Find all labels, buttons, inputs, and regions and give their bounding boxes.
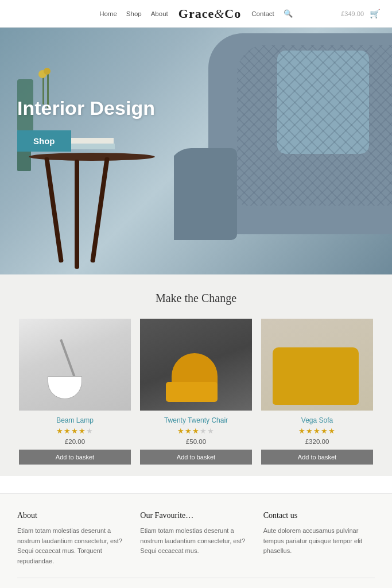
- footer-divider: [17, 578, 375, 578]
- product-name-chair: Twenty Twenty Chair: [140, 416, 252, 424]
- star-3: ★: [192, 427, 200, 435]
- star-3: ★: [71, 427, 79, 435]
- search-icon[interactable]: 🔍: [284, 9, 293, 18]
- hero-shop-button[interactable]: Shop: [17, 130, 71, 152]
- star-3: ★: [313, 427, 321, 435]
- footer-about-heading: About: [17, 511, 129, 520]
- nav-home[interactable]: Home: [99, 10, 117, 17]
- flower-ball-2: [44, 68, 51, 75]
- nav-about[interactable]: About: [151, 10, 168, 17]
- footer-contact-heading: Contact us: [263, 511, 375, 520]
- hero-section: Interior Design Shop: [0, 28, 392, 274]
- product-stars-chair: ★★★★★: [140, 427, 252, 436]
- product-card-sofa: Vega Sofa ★★★★★ £320.00 Add to basket: [261, 319, 373, 465]
- star-5-empty: ★: [86, 427, 94, 435]
- add-to-basket-sofa[interactable]: Add to basket: [261, 450, 373, 465]
- sofa-pillow: [277, 51, 369, 154]
- footer-favourite: Our Favourite… Etiam totam molestias des…: [140, 511, 251, 566]
- chair-seat: [166, 382, 218, 402]
- nav-shop[interactable]: Shop: [126, 10, 142, 17]
- footer-favourite-heading: Our Favourite…: [140, 511, 251, 520]
- star-1: ★: [56, 427, 64, 435]
- product-image-chair: [140, 319, 252, 411]
- product-image-sofa: [261, 319, 373, 411]
- nav-contact[interactable]: Contact: [251, 10, 274, 17]
- lamp-arm: [60, 339, 76, 378]
- star-1: ★: [177, 427, 185, 435]
- hero-text-area: Interior Design Shop: [17, 96, 155, 152]
- star-5: ★: [328, 427, 336, 435]
- product-card-lamp: Beam Lamp ★★★★★ £20.00 Add to basket: [19, 319, 131, 465]
- star-2: ★: [306, 427, 313, 435]
- star-4: ★: [321, 427, 328, 435]
- hero-heading: Interior Design: [17, 96, 155, 120]
- product-name-lamp: Beam Lamp: [19, 416, 131, 424]
- product-price-lamp: £20.00: [19, 438, 131, 445]
- site-logo[interactable]: Grace&Co: [178, 6, 241, 21]
- footer-about: About Etiam totam molestias deserunt a n…: [17, 511, 129, 566]
- star-4: ★: [79, 427, 86, 435]
- cart-amount: £349.00: [341, 10, 364, 17]
- lamp-head: [48, 376, 82, 399]
- header: Home Shop About Grace&Co Contact 🔍 £349.…: [0, 0, 392, 28]
- hero-sofa: [174, 28, 392, 274]
- product-stars-sofa: ★★★★★: [261, 427, 373, 436]
- product-price-chair: £50.00: [140, 438, 252, 445]
- sofa-yellow-body: [273, 347, 359, 405]
- footer-about-text: Etiam totam molestias deserunt a nostrum…: [17, 526, 129, 566]
- sofa-arm: [174, 148, 237, 240]
- footer: About Etiam totam molestias deserunt a n…: [0, 493, 392, 588]
- main-nav-right: Contact 🔍: [251, 9, 293, 18]
- product-card-chair: Twenty Twenty Chair ★★★★★ £50.00 Add to …: [140, 319, 252, 465]
- star-2: ★: [185, 427, 192, 435]
- products-section: Make the Change Beam Lamp ★★★★★ £20.00 A…: [0, 274, 392, 476]
- product-name-sofa: Vega Sofa: [261, 416, 373, 424]
- table-leg-2: [90, 157, 110, 262]
- main-nav: Home Shop About: [99, 10, 168, 17]
- logo-amp: &: [214, 6, 224, 21]
- footer-contact-text: Aute dolorem accusamus pulvinar tempus p…: [263, 526, 375, 556]
- section-heading: Make the Change: [11, 292, 381, 305]
- header-cart-area: £349.00 🛒: [341, 9, 381, 19]
- product-image-lamp: [19, 319, 131, 411]
- star-2: ★: [64, 427, 71, 435]
- cart-icon[interactable]: 🛒: [370, 9, 381, 19]
- add-to-basket-lamp[interactable]: Add to basket: [19, 450, 131, 465]
- products-grid: Beam Lamp ★★★★★ £20.00 Add to basket Twe…: [11, 319, 381, 465]
- star-4-empty: ★: [200, 427, 207, 435]
- table-leg-3: [75, 160, 79, 269]
- product-stars-lamp: ★★★★★: [19, 427, 131, 436]
- star-5-empty: ★: [207, 427, 215, 435]
- add-to-basket-chair[interactable]: Add to basket: [140, 450, 252, 465]
- footer-grid: About Etiam totam molestias deserunt a n…: [17, 511, 375, 566]
- product-price-sofa: £320.00: [261, 438, 373, 445]
- star-1: ★: [298, 427, 306, 435]
- table-leg-1: [44, 157, 64, 262]
- footer-favourite-text: Etiam totam molestias deserunt a nostrum…: [140, 526, 251, 556]
- footer-contact: Contact us Aute dolorem accusamus pulvin…: [263, 511, 375, 566]
